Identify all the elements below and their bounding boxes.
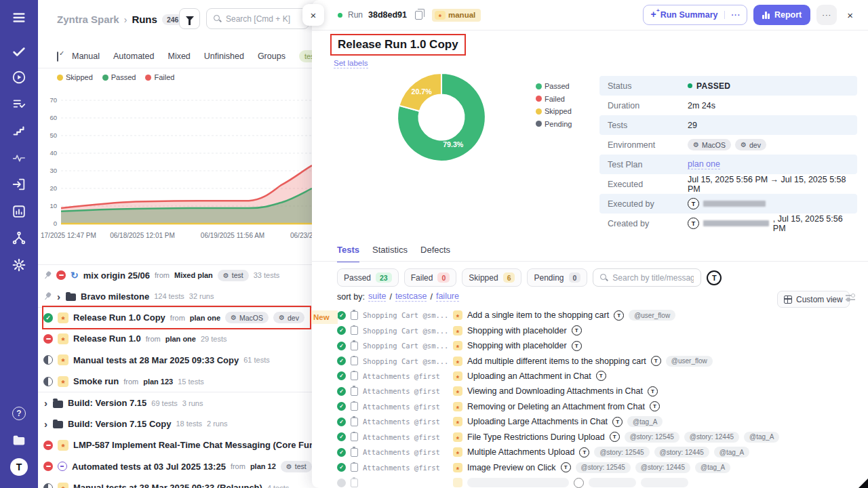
tests-search[interactable] — [593, 268, 701, 287]
sort-by-failure[interactable]: failure — [436, 291, 459, 302]
test-row[interactable]: ✓ Attachments @first * Multiple Attachme… — [337, 445, 859, 460]
view-settings-sliders-icon[interactable] — [846, 293, 855, 302]
test-row[interactable]: ✓ Attachments @first * Uploading an Atta… — [337, 369, 859, 384]
test-row[interactable]: ✓ Shopping Cart @sm... * Add multiple di… — [337, 353, 859, 368]
svg-text:70: 70 — [50, 96, 57, 104]
select-all-icon[interactable] — [57, 52, 58, 62]
sign-in-icon[interactable] — [11, 176, 27, 192]
test-row[interactable]: ✓ Shopping Cart @sm... * Shopping with p… — [337, 338, 859, 353]
svg-text:30: 30 — [50, 167, 57, 174]
test-row[interactable]: ✓ Attachments @first * File Type Restric… — [337, 430, 859, 445]
test-row[interactable]: ✓ Attachments @first * Viewing and Downl… — [337, 384, 859, 399]
chevron-right-icon[interactable]: › — [43, 398, 48, 408]
tests-check-icon[interactable] — [11, 43, 27, 60]
reports-chart-icon[interactable] — [11, 203, 27, 220]
tab-groups[interactable]: Groups — [258, 52, 285, 61]
runs-search[interactable] — [206, 8, 309, 29]
test-plan-link[interactable]: plan one — [688, 159, 720, 169]
test-row-clipped[interactable] — [337, 475, 859, 488]
run-group-row[interactable]: › Build: Version 7.15 Copy 18 tests 2 ru… — [38, 413, 313, 434]
run-group-row[interactable]: › Build: Version 7.15 69 tests 3 runs — [38, 392, 313, 413]
breadcrumb-project[interactable]: Zyntra Spark — [57, 14, 119, 25]
suite-name: Attachments @first — [363, 464, 448, 472]
profile-avatar[interactable]: T — [10, 458, 28, 476]
run-title-heading: Release Run 1.0 Copy — [338, 38, 458, 52]
run-type-icon: * — [453, 402, 462, 411]
chevron-right-icon[interactable]: › — [56, 291, 61, 302]
help-icon[interactable]: ? — [12, 407, 26, 420]
test-row[interactable]: ✓ Attachments @first * Uploading Large A… — [337, 414, 859, 429]
run-group-row[interactable]: › Bravo milestone 124 tests 32 runs — [38, 285, 313, 306]
filter-button[interactable] — [179, 8, 200, 29]
run-row-selected[interactable]: ✓ * Release Run 1.0 Copy from plan one ⚙… — [38, 307, 313, 328]
run-row[interactable]: * LMP-587 Implement Real-Time Chat Messa… — [38, 434, 313, 455]
test-cases-icon[interactable] — [11, 96, 27, 112]
run-row[interactable]: Automated tests at 03 Jul 2025 13:25 fro… — [38, 456, 313, 477]
settings-gear-icon[interactable] — [11, 257, 27, 273]
custom-view-button[interactable]: Custom view — [777, 291, 850, 308]
assignee-avatar: T — [648, 386, 658, 396]
run-row[interactable]: * Release Run 1.0 from plan one 29 tests — [38, 328, 313, 349]
run-plan[interactable]: plan one — [165, 335, 196, 343]
menu-icon[interactable] — [11, 9, 27, 26]
tab-automated[interactable]: Automated — [113, 52, 154, 61]
filter-pending[interactable]: Pending0 — [527, 268, 587, 287]
run-summary-button[interactable]: +Run Summary ··· — [643, 5, 748, 25]
activity-pulse-icon[interactable] — [11, 150, 27, 166]
sort-by-suite[interactable]: suite — [368, 291, 386, 302]
more-actions-button[interactable]: ··· — [816, 5, 837, 25]
clipboard-icon — [351, 326, 358, 335]
test-row[interactable]: ✓ Shopping Cart @sm... * Add a single it… — [337, 308, 859, 323]
run-type-icon: * — [58, 333, 68, 344]
run-plan[interactable]: Mixed plan — [174, 271, 213, 279]
passed-check-icon: ✓ — [337, 342, 346, 350]
run-plan[interactable]: plan 123 — [143, 378, 173, 386]
run-row[interactable]: * Manual tests at 28 Mar 2025 09:33 Copy… — [38, 350, 313, 371]
search-icon — [214, 15, 221, 22]
run-plan[interactable]: plan one — [190, 314, 220, 322]
skipped-count-badge: 6 — [503, 272, 515, 283]
runs-play-icon[interactable] — [11, 69, 27, 85]
tab-tests[interactable]: Tests — [337, 245, 359, 262]
run-plan[interactable]: plan 12 — [250, 462, 276, 470]
tab-unfinished[interactable]: Unfinished — [204, 52, 244, 61]
legend-skipped: Skipped — [536, 107, 572, 115]
run-summary-more-button[interactable]: ··· — [724, 11, 747, 19]
tab-mixed[interactable]: Mixed — [167, 52, 190, 61]
tag-badge: @tag_A — [695, 462, 730, 473]
assignee-avatar: T — [579, 447, 589, 458]
runs-search-input[interactable] — [226, 14, 302, 24]
copy-icon[interactable] — [415, 11, 422, 20]
test-row[interactable]: ✓ Attachments @first * Removing or Delet… — [337, 399, 859, 414]
versions-branch-icon[interactable] — [11, 230, 27, 246]
assignee-filter-avatar[interactable]: T — [707, 270, 722, 285]
close-panel-button[interactable]: × — [302, 4, 324, 26]
tag-badge: @user_flow — [629, 310, 675, 321]
run-row[interactable]: * Smoke run from plan 123 15 tests — [38, 371, 313, 392]
files-folder-icon[interactable] — [11, 432, 27, 449]
chevron-right-icon[interactable]: › — [43, 419, 48, 429]
runs-list: ↻ mix origin 25/06 from Mixed plan ⚙test… — [38, 264, 313, 488]
tab-defects[interactable]: Defects — [420, 245, 450, 262]
tab-statistics[interactable]: Statistics — [372, 245, 408, 262]
test-title: Removing or Deleting an Attachment from … — [467, 402, 645, 411]
set-labels-link[interactable]: Set labels — [334, 59, 368, 68]
filter-skipped[interactable]: Skipped6 — [462, 268, 521, 287]
filter-failed[interactable]: Failed0 — [404, 268, 457, 287]
pending-dot-icon — [536, 121, 542, 127]
test-row[interactable]: ✓ Attachments @first * Image Preview on … — [337, 460, 859, 474]
close-drawer-icon[interactable]: × — [843, 9, 857, 21]
run-runs-count: 32 runs — [189, 292, 214, 300]
tests-search-input[interactable] — [612, 273, 694, 283]
tab-manual[interactable]: Manual — [72, 52, 100, 61]
milestones-steps-icon[interactable] — [11, 123, 27, 139]
filter-passed[interactable]: Passed23 — [337, 268, 399, 287]
passed-dot-icon — [536, 83, 542, 89]
sort-by-testcase[interactable]: testcase — [395, 291, 427, 302]
report-button[interactable]: Report — [753, 5, 810, 25]
in-progress-status-icon — [43, 377, 53, 386]
test-row[interactable]: ✓ Shopping Cart @sm... * Shopping with p… — [337, 323, 859, 338]
suite-name: Attachments @first — [363, 403, 448, 411]
run-row[interactable]: * Manual tests at 28 Mar 2025 09:33 (Rel… — [38, 477, 313, 488]
run-row[interactable]: ↻ mix origin 25/06 from Mixed plan ⚙test… — [38, 264, 313, 285]
